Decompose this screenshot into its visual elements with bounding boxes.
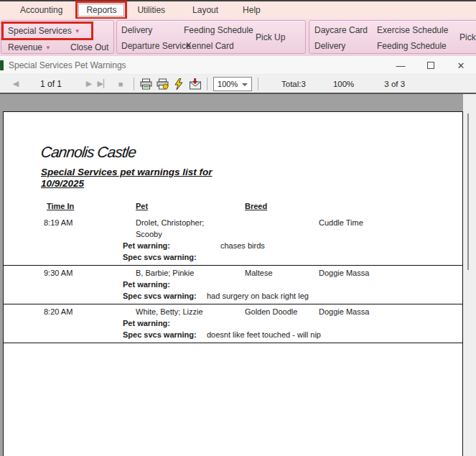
chevron-down-icon <box>242 83 248 86</box>
preview-toolbar: ◀ 1 of 1 ▶ ▶▏ ■ 100% <box>0 75 476 94</box>
table-row: 8:19 AMDrolet, Christopher; ScoobyCuddle… <box>4 215 463 266</box>
toolbar-separator <box>134 78 134 90</box>
ribbon-group-services: Delivery Feeding Schedule Pick Up Depart… <box>116 20 306 54</box>
button-feeding-schedule[interactable]: Feeding Schedule <box>377 41 447 51</box>
export-envelope-icon <box>189 78 202 90</box>
report-title: Special Services pet warnings list for 1… <box>41 167 213 190</box>
cell-time: 9:30 AM <box>44 267 136 279</box>
company-name: Cannolis Castle <box>40 144 137 161</box>
ribbon-group-special: Special Services▼ Revenue▼ Close Out <box>1 20 114 54</box>
progress-percent: 100% <box>333 80 354 88</box>
cell-pet: White, Betty; Lizzie <box>136 306 220 317</box>
col-time-in: Time In <box>47 200 136 215</box>
ribbon: Special Services▼ Revenue▼ Close Out Del… <box>0 19 476 56</box>
export-button[interactable] <box>188 78 202 90</box>
button-daycare-card[interactable]: Daycare Card <box>314 25 368 35</box>
preview-area: Cannolis Castle Special Services pet war… <box>0 94 476 456</box>
pet-warning-label: Pet warning: <box>123 317 170 329</box>
record-indicator: 3 of 3 <box>384 80 405 88</box>
cell-breed: Maltese <box>245 267 319 279</box>
button-revenue[interactable]: Revenue▼ <box>8 42 51 52</box>
last-page-button[interactable]: ▶▏ <box>96 78 111 90</box>
warnings-table: Time In Pet Breed 8:19 AMDrolet, Christo… <box>4 200 463 343</box>
col-breed: Breed <box>245 200 319 215</box>
table-row: 8:20 AMWhite, Betty; LizzieGolden Doodle… <box>4 304 463 343</box>
print-button[interactable] <box>139 78 153 90</box>
cell-service: Doggie Massa <box>319 306 463 317</box>
button-pick-up[interactable]: Pick Up <box>256 32 285 42</box>
chevron-down-icon: ▼ <box>75 28 80 34</box>
spec-warning-label: Spec svcs warning: <box>123 290 197 302</box>
maximize-button[interactable] <box>416 56 446 75</box>
button-departure-service[interactable]: Departure Service <box>121 41 191 51</box>
cell-breed <box>245 217 319 240</box>
cell-time: 8:19 AM <box>44 217 136 240</box>
arrow-left-icon: ◀ <box>13 79 19 88</box>
annotation-highlight-reports: Reports <box>75 1 127 19</box>
cell-breed: Golden Doodle <box>245 306 319 317</box>
next-page-button[interactable]: ▶ <box>82 78 96 90</box>
report-window-titlebar: Special Services Pet Warnings — ✕ <box>0 56 476 75</box>
refresh-data-button[interactable] <box>172 78 186 90</box>
menu-bar: Accounting Reports Utilities Layout Help <box>0 1 476 19</box>
maximize-icon <box>427 62 434 69</box>
table-row: 9:30 AMB, Barbie; PinkieMalteseDoggie Ma… <box>4 266 463 304</box>
spec-warning-label: Spec svcs warning: <box>123 329 197 340</box>
annotation-highlight-special-services: Special Services▼ <box>1 22 93 40</box>
button-kennel-card[interactable]: Kennel Card <box>186 41 234 51</box>
cell-service: Doggie Massa <box>319 267 463 279</box>
lightning-icon <box>174 78 184 90</box>
button-special-services[interactable]: Special Services▼ <box>8 26 80 36</box>
pet-warning-label: Pet warning: <box>123 279 170 290</box>
menu-utilities[interactable]: Utilities <box>133 4 169 17</box>
pet-warning-value: chases birds <box>220 240 265 251</box>
report-page: Cannolis Castle Special Services pet war… <box>3 111 463 456</box>
spec-warning-label: Spec svcs warning: <box>123 251 197 263</box>
window-title: Special Services Pet Warnings <box>9 60 126 70</box>
stop-button[interactable]: ■ <box>113 78 128 90</box>
close-button[interactable]: ✕ <box>446 56 476 75</box>
button-exercise-schedule[interactable]: Exercise Schedule <box>377 25 448 35</box>
scrollbar-thumb[interactable] <box>467 113 469 270</box>
menu-reports[interactable]: Reports <box>78 4 124 17</box>
vertical-scrollbar[interactable] <box>463 94 476 456</box>
zoom-select[interactable]: 100% <box>213 77 252 91</box>
pet-warning-label: Pet warning: <box>123 240 170 251</box>
total-count: Total:3 <box>281 80 306 88</box>
window-icon <box>0 60 4 70</box>
first-page-button[interactable]: ◀ <box>9 78 23 90</box>
cell-service: Cuddle Time <box>319 217 463 240</box>
printer-settings-icon <box>157 78 169 90</box>
table-rows: 8:19 AMDrolet, Christopher; ScoobyCuddle… <box>4 215 463 343</box>
cell-time: 8:20 AM <box>44 306 136 317</box>
cell-pet: B, Barbie; Pinkie <box>136 267 220 279</box>
arrow-right-icon: ▶ <box>86 79 92 88</box>
button-close-out[interactable]: Close Out <box>70 42 108 52</box>
page-indicator: 1 of 1 <box>40 79 62 89</box>
printer-icon <box>140 78 152 90</box>
toolbar-separator <box>207 78 207 90</box>
zoom-value: 100% <box>218 80 238 88</box>
toolbar-separator <box>258 78 258 90</box>
col-pet: Pet <box>136 200 245 215</box>
chevron-down-icon: ▼ <box>45 45 51 51</box>
cell-pet: Drolet, Christopher; Scooby <box>136 217 220 240</box>
table-header: Time In Pet Breed <box>4 200 463 215</box>
ribbon-group-daycare: Daycare Card Exercise Schedule Pick Up D… <box>309 20 476 54</box>
button-pick-up[interactable]: Pick Up <box>459 32 476 42</box>
menu-help[interactable]: Help <box>238 4 265 17</box>
menu-layout[interactable]: Layout <box>188 4 223 17</box>
spec-warning-value: doesnt like feet touched - will nip <box>207 329 321 340</box>
button-feeding-schedule[interactable]: Feeding Schedule <box>184 25 253 35</box>
arrow-right-bar-icon: ▶▏ <box>98 79 110 88</box>
minimize-button[interactable]: — <box>386 56 416 75</box>
stop-icon: ■ <box>118 80 123 88</box>
print-setup-button[interactable] <box>155 78 169 90</box>
button-delivery[interactable]: Delivery <box>314 41 345 51</box>
button-delivery[interactable]: Delivery <box>121 25 152 35</box>
menu-accounting[interactable]: Accounting <box>16 4 67 17</box>
spec-warning-value: had surgery on back right leg <box>207 290 309 302</box>
